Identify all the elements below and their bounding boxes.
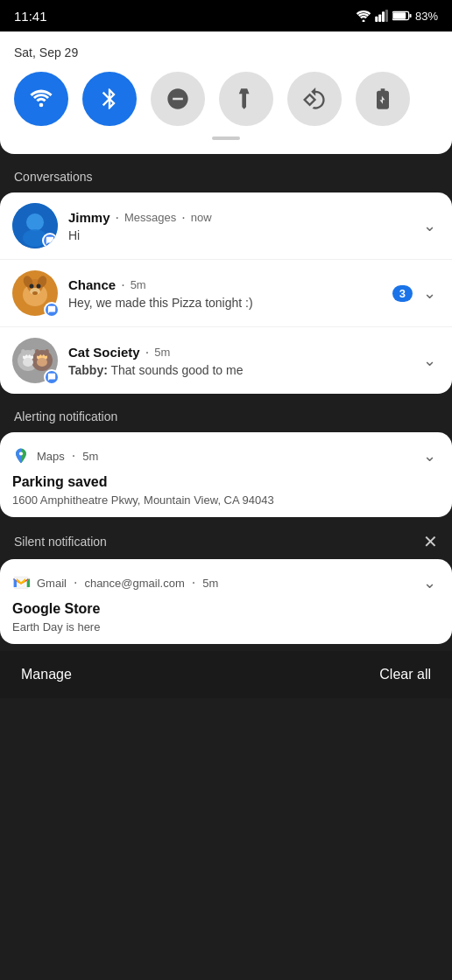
dnd-tile-icon [166,87,190,111]
svg-point-0 [362,20,364,23]
conversations-card: Jimmy · Messages · now Hi ⌄ [0,192,452,394]
status-bar: 11:41 83% [0,0,452,32]
drag-handle[interactable] [212,136,240,140]
gmail-notification-body: Earth Day is here [0,620,452,644]
conversation-cat-society[interactable]: Cat Society · 5m Tabby: That sounds good… [0,327,452,394]
chance-time: 5m [131,278,146,291]
cat-society-time: 5m [154,346,170,359]
jimmy-expand-button[interactable]: ⌄ [420,213,440,239]
dnd-tile[interactable] [151,72,205,126]
conversation-chance[interactable]: Chance · 5m Hey, we made this Pizza toni… [0,260,452,327]
rotate-tile[interactable] [287,72,342,126]
status-time: 11:41 [14,9,47,24]
status-icons: 83% [356,10,438,23]
maps-expand-button[interactable]: ⌄ [420,443,440,469]
avatar-chance [12,270,58,316]
gmail-notification-card: Gmail · chance@gmail.com · 5m ⌄ Google S… [0,559,452,644]
conversations-section-label: Conversations [0,161,452,192]
avatar-jimmy [12,203,58,248]
cat-society-content: Cat Society · 5m Tabby: That sounds good… [68,345,420,377]
jimmy-content: Jimmy · Messages · now Hi [68,210,420,242]
maps-time: 5m [82,450,98,463]
svg-point-34 [19,452,23,455]
maps-notification-title: Parking saved [0,474,452,494]
quick-tiles [14,72,438,126]
gmail-email: chance@gmail.com [84,577,184,590]
maps-app-name: Maps [37,450,65,463]
silent-section-close-button[interactable]: ✕ [423,533,438,550]
cat-society-name: Cat Society [68,345,140,360]
gmail-icon [12,574,30,592]
svg-rect-3 [382,11,385,22]
cat-society-expand-button[interactable]: ⌄ [420,347,440,374]
signal-icon [375,10,389,22]
gmail-app-name: Gmail [37,577,67,590]
battery-icon [392,10,412,21]
cat-society-actions: ⌄ [420,347,440,374]
avatar-cat-society [12,338,58,383]
svg-point-18 [30,284,34,289]
jimmy-app: Messages [124,211,176,224]
maps-notification-header: Maps · 5m ⌄ [0,432,452,474]
chance-name: Chance [68,277,116,292]
chance-content: Chance · 5m Hey, we made this Pizza toni… [68,277,392,310]
clear-all-button[interactable]: Clear all [379,667,431,682]
chance-actions: 3 ⌄ [392,280,440,306]
date-label: Sat, Sep 29 [14,46,438,60]
svg-point-19 [37,284,41,289]
chance-expand-button[interactable]: ⌄ [420,280,440,306]
chance-badge: 3 [392,285,413,302]
maps-notification-card: Maps · 5m ⌄ Parking saved 1600 Amphithea… [0,432,452,517]
svg-rect-2 [378,14,381,22]
battery-saver-tile[interactable] [356,72,410,126]
flashlight-tile[interactable] [219,72,273,126]
cat-society-header: Cat Society · 5m [68,345,420,360]
svg-point-26 [23,358,33,367]
flashlight-tile-icon [234,87,258,111]
bluetooth-tile[interactable] [82,72,137,126]
cat-badge-icon [47,373,56,382]
battery-percent: 83% [415,10,438,23]
bluetooth-tile-icon [97,87,122,111]
jimmy-message: Hi [68,228,420,242]
jimmy-header: Jimmy · Messages · now [68,210,420,226]
chance-messages-badge [44,302,60,318]
maps-icon [12,447,30,465]
rotate-tile-icon [302,87,327,111]
svg-rect-1 [375,17,378,22]
gmail-app-info: Gmail · chance@gmail.com · 5m [12,574,218,592]
silent-section-label: Silent notification ✕ [0,524,452,559]
cat-society-text: That sounds good to me [108,363,244,377]
jimmy-actions: ⌄ [420,213,440,239]
svg-rect-7 [409,14,411,18]
gmail-notification-header: Gmail · chance@gmail.com · 5m ⌄ [0,559,452,601]
cat-society-message: Tabby: That sounds good to me [68,363,420,377]
manage-button[interactable]: Manage [21,667,72,682]
bottom-bar: Manage Clear all [0,651,452,698]
alerting-section-label: Alerting notification [0,401,452,432]
messages-badge-icon [47,305,56,314]
wifi-tile-icon [29,87,53,111]
chance-header: Chance · 5m [68,277,392,293]
svg-point-8 [39,103,44,108]
battery-saver-tile-icon [371,87,395,111]
wifi-icon [356,10,371,22]
chance-message: Hey, we made this Pizza tonight :) [68,296,392,310]
jimmy-messages-badge [42,233,58,248]
wifi-tile[interactable] [14,72,68,126]
svg-point-20 [32,291,38,295]
svg-point-10 [26,214,44,231]
gmail-notification-title: Google Store [0,601,452,620]
maps-app-info: Maps · 5m [12,447,98,465]
svg-rect-6 [393,12,406,19]
cat-messages-badge [44,369,60,385]
conversation-jimmy[interactable]: Jimmy · Messages · now Hi ⌄ [0,192,452,260]
quick-settings-panel: Sat, Sep 29 [0,32,452,154]
jimmy-name: Jimmy [68,210,110,225]
cat-society-sender: Tabby: [68,363,108,377]
messages-icon [46,236,54,245]
gmail-time: 5m [202,577,218,590]
maps-notification-body: 1600 Amphitheatre Pkwy, Mountain View, C… [0,494,452,517]
jimmy-time: now [191,211,212,224]
gmail-expand-button[interactable]: ⌄ [420,570,440,596]
